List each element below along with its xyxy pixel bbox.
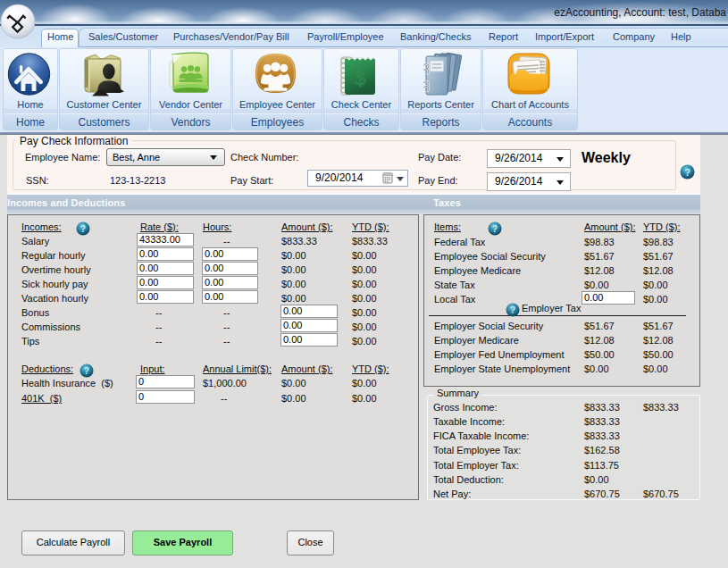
svg-text:?: ? (684, 167, 690, 178)
svg-text:?: ? (492, 224, 498, 234)
svg-text:?: ? (80, 224, 86, 234)
svg-text:$: $ (355, 67, 365, 89)
svg-text:?: ? (84, 366, 89, 376)
svg-text:?: ? (510, 305, 515, 315)
